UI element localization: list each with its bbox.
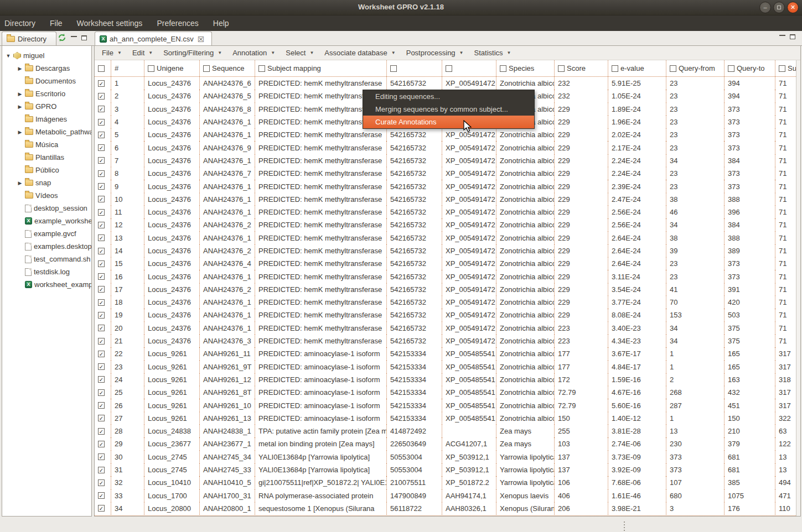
- row-checkbox[interactable]: ✓: [98, 93, 105, 100]
- tree-item-plantillas[interactable]: Plantillas: [2, 151, 91, 164]
- row-checkbox[interactable]: ✓: [98, 106, 105, 112]
- table-row[interactable]: ✓19Locus_24376ANAH24376_1PREDICTED: hemK…: [95, 309, 796, 321]
- column-header-hidden[interactable]: [95, 60, 111, 76]
- panel-minimize-icon[interactable]: [71, 35, 77, 37]
- app-menu-item-directory[interactable]: Directory: [4, 19, 35, 28]
- row-checkbox[interactable]: ✓: [98, 415, 105, 421]
- row-checkbox[interactable]: ✓: [98, 363, 105, 370]
- tab-close-icon[interactable]: ☒: [198, 35, 205, 44]
- table-row[interactable]: ✓18Locus_24376ANAH24376_1PREDICTED: hemK…: [95, 296, 796, 309]
- table-row[interactable]: ✓31Locus_2745ANAH2745_33YALI0E13684p [Ya…: [95, 463, 796, 476]
- ws-menu-statistics[interactable]: Statistics▼: [474, 49, 511, 57]
- row-checkbox[interactable]: ✓: [98, 351, 105, 357]
- worksheet-tab[interactable]: X ah_ann_complete_EN.csv ☒: [95, 32, 212, 46]
- window-close-button[interactable]: ✕: [787, 2, 799, 13]
- tree-item-example-gvcf[interactable]: example.gvcf: [2, 227, 91, 240]
- column-header-query-from[interactable]: Query-from: [666, 60, 725, 76]
- header-checkbox[interactable]: [779, 65, 785, 72]
- tree-item-examples-desktop[interactable]: examples.desktop: [2, 240, 91, 253]
- row-checkbox[interactable]: ✓: [98, 170, 105, 177]
- header-checkbox[interactable]: [558, 65, 565, 72]
- header-checkbox[interactable]: [258, 65, 265, 72]
- row-checkbox[interactable]: ✓: [98, 441, 105, 447]
- tree-item-desktop-session[interactable]: desktop_session: [2, 202, 91, 215]
- row-checkbox[interactable]: ✓: [98, 157, 105, 164]
- row-checkbox[interactable]: ✓: [98, 338, 105, 345]
- column-header-hidden[interactable]: [387, 60, 442, 76]
- row-checkbox[interactable]: ✓: [98, 312, 105, 319]
- row-checkbox[interactable]: ✓: [98, 376, 105, 383]
- table-row[interactable]: ✓25Locus_9261ANAH9261_8TPREDICTED: amino…: [95, 386, 796, 399]
- vertical-scrollbar[interactable]: [796, 60, 800, 516]
- header-checkbox[interactable]: [500, 65, 506, 72]
- window-minimize-button[interactable]: –: [759, 2, 771, 13]
- tree-item-testdisk-log[interactable]: testdisk.log: [2, 265, 91, 278]
- row-checkbox[interactable]: ✓: [98, 234, 105, 241]
- row-checkbox[interactable]: ✓: [98, 80, 105, 87]
- row-checkbox[interactable]: ✓: [98, 505, 105, 512]
- tree-item-worksheet-example[interactable]: Xworksheet_example: [2, 278, 91, 291]
- tree-item-escritorio[interactable]: ▶Escritorio: [2, 87, 91, 100]
- table-row[interactable]: ✓7Locus_24376ANAH24376_1PREDICTED: hemK …: [95, 154, 796, 167]
- row-checkbox[interactable]: ✓: [98, 467, 105, 473]
- tree-item-p-blico[interactable]: Público: [2, 164, 91, 176]
- table-row[interactable]: ✓34Locus_20800ANAH20800_1sequestosome 1 …: [95, 502, 796, 515]
- app-menu-item-preferences[interactable]: Preferences: [157, 19, 198, 28]
- tree-item-example-worksheet[interactable]: Xexample_worksheet: [2, 215, 91, 227]
- expanded-arrow-icon[interactable]: ▼: [6, 53, 11, 59]
- table-row[interactable]: ✓30Locus_2745ANAH2745_34YALI0E13684p [Ya…: [95, 451, 796, 463]
- tree-item-im-genes[interactable]: Imágenes: [2, 113, 91, 126]
- editor-maximize-icon[interactable]: [790, 34, 795, 39]
- table-row[interactable]: ✓13Locus_24376ANAH24376_1PREDICTED: hemK…: [95, 232, 796, 244]
- header-checkbox[interactable]: [446, 65, 452, 72]
- table-row[interactable]: ✓5Locus_24376ANAH24376_1PREDICTED: hemK …: [95, 128, 796, 141]
- refresh-icon[interactable]: [58, 33, 66, 42]
- header-checkbox[interactable]: [670, 65, 676, 72]
- row-checkbox[interactable]: ✓: [98, 402, 105, 409]
- column-header-sequence[interactable]: Sequence: [200, 60, 255, 76]
- table-row[interactable]: ✓15Locus_24376ANAH24376_4PREDICTED: hemK…: [95, 257, 796, 270]
- row-checkbox[interactable]: ✓: [98, 479, 105, 486]
- table-row[interactable]: ✓28Locus_24838ANAH24838_1TPA: putative a…: [95, 425, 796, 437]
- header-checkbox[interactable]: [148, 65, 154, 72]
- app-menu-item-help[interactable]: Help: [213, 19, 229, 28]
- table-row[interactable]: ✓16Locus_24376ANAH24376_1PREDICTED: hemK…: [95, 270, 796, 283]
- collapsed-arrow-icon[interactable]: ▶: [17, 129, 23, 135]
- table-row[interactable]: ✓12Locus_24376ANAH24376_2PREDICTED: hemK…: [95, 218, 796, 231]
- ws-menu-select[interactable]: Select▼: [286, 49, 314, 57]
- ws-menu-annotation[interactable]: Annotation▼: [232, 49, 275, 57]
- table-row[interactable]: ✓6Locus_24376ANAH24376_9PREDICTED: hemK …: [95, 141, 796, 154]
- tree-item-documentos[interactable]: Documentos: [2, 75, 91, 87]
- ws-menu-postprocessing[interactable]: Postprocessing▼: [406, 49, 464, 57]
- row-checkbox[interactable]: ✓: [98, 299, 105, 306]
- tree-item-snap[interactable]: ▶snap: [2, 176, 91, 189]
- column-header--[interactable]: #: [111, 60, 144, 76]
- row-checkbox[interactable]: ✓: [98, 196, 105, 202]
- panel-maximize-icon[interactable]: [81, 35, 87, 40]
- table-row[interactable]: ✓26Locus_9261ANAH9261_10PREDICTED: amino…: [95, 399, 796, 411]
- ws-menu-associate-database[interactable]: Associate database▼: [324, 49, 395, 57]
- table-row[interactable]: ✓21Locus_24376ANAH24376_3PREDICTED: hemK…: [95, 335, 796, 347]
- splitter-handle[interactable]: [624, 520, 625, 532]
- row-checkbox[interactable]: ✓: [98, 132, 105, 138]
- tree-item-miguel[interactable]: ▼miguel: [2, 49, 91, 62]
- tree-item-test-command-sh[interactable]: test_command.sh: [2, 253, 91, 265]
- table-row[interactable]: ✓14Locus_24376ANAH24376_2PREDICTED: hemK…: [95, 244, 796, 257]
- column-header-hidden[interactable]: [442, 60, 496, 76]
- row-checkbox[interactable]: ✓: [98, 260, 105, 267]
- app-menu-item-worksheet-settings[interactable]: Worksheet settings: [77, 19, 143, 28]
- row-checkbox[interactable]: ✓: [98, 222, 105, 228]
- table-row[interactable]: ✓24Locus_9261ANAH9261_12PREDICTED: amino…: [95, 373, 796, 386]
- row-checkbox[interactable]: ✓: [98, 325, 105, 331]
- collapsed-arrow-icon[interactable]: ▶: [17, 66, 23, 71]
- menu-item-curate-annotations[interactable]: Curate Annotations: [363, 116, 534, 128]
- row-checkbox[interactable]: ✓: [98, 144, 105, 151]
- column-header-query-to[interactable]: Query-to: [725, 60, 775, 76]
- column-header-species[interactable]: Species: [496, 60, 555, 76]
- tree-item-m-sica[interactable]: Música: [2, 138, 91, 151]
- table-row[interactable]: ✓33Locus_1700ANAH1700_31RNA polymerase-a…: [95, 489, 796, 502]
- window-maximize-button[interactable]: [773, 2, 785, 13]
- column-header-unigene[interactable]: Unigene: [144, 60, 200, 76]
- row-checkbox[interactable]: ✓: [98, 286, 105, 293]
- column-header-subject-mapping[interactable]: Subject mapping: [255, 60, 387, 76]
